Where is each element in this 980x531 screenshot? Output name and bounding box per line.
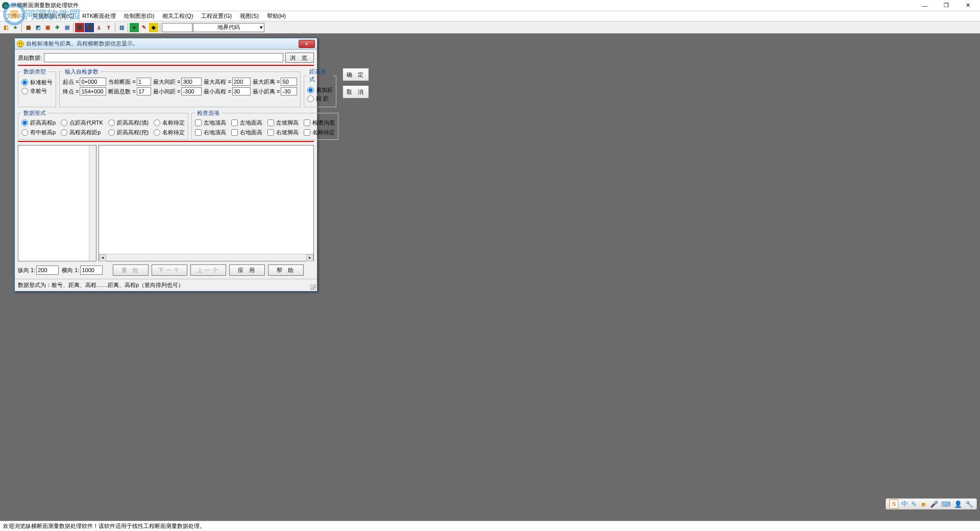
- tb-input[interactable]: [162, 23, 192, 32]
- tb-icon-4[interactable]: ◩: [33, 23, 42, 32]
- source-data-input[interactable]: [44, 53, 283, 62]
- input-min-elev[interactable]: [232, 87, 251, 95]
- mdi-client-area: 自检标准桩号距离。高程横断数据信息显示。 ✕ 原始数据: 浏 览 数据类型 标准…: [0, 34, 980, 521]
- chk-opt-1[interactable]: 左地面高: [231, 119, 262, 127]
- chk-opt-2[interactable]: 左坡脚高: [267, 119, 299, 127]
- list-scrollbar[interactable]: [89, 146, 96, 261]
- chk-opt-4[interactable]: 右地顶高: [195, 129, 226, 136]
- radio-accum[interactable]: 累加距: [307, 86, 333, 94]
- prev-button[interactable]: 上一个: [190, 264, 226, 276]
- tb-icon-2[interactable]: ♣: [11, 23, 20, 32]
- status-text: 欢迎浏览纵横断面测量数据处理软件！该软件适用于线性工程断面测量数据处理。: [3, 522, 977, 530]
- chk-opt-0[interactable]: 左地顶高: [195, 119, 226, 127]
- list-pane[interactable]: [18, 145, 96, 261]
- menu-related[interactable]: 相关工程(Q): [158, 11, 197, 21]
- close-button[interactable]: ✕: [958, 1, 978, 11]
- toolbar: ◧ ♣ ▦ ◩ ▣ ✚ ▤ ⬛ ⬛ ⫫ ⫪ ▥ ＋ ✎ ◆ 地界代码: [0, 21, 980, 34]
- input-min-dist[interactable]: [281, 87, 297, 95]
- fs-check-options: 检查选项 左地顶高 左地面高 左坡脚高 检查沟底 右地顶高 右地面高 右坡脚高 …: [191, 109, 338, 140]
- tb-icon-14[interactable]: ✎: [139, 23, 149, 32]
- ime-punct-icon[interactable]: ✎: [911, 500, 917, 508]
- menu-view[interactable]: 视图(S): [236, 11, 263, 21]
- preview-pane[interactable]: ◂ ▸: [99, 145, 314, 261]
- input-max-gap[interactable]: [181, 78, 202, 86]
- radio-form-3[interactable]: 名称待定: [154, 119, 185, 127]
- preview-hscroll[interactable]: ◂ ▸: [99, 254, 313, 261]
- input-max-dist[interactable]: [281, 78, 297, 86]
- next-button[interactable]: 下一个: [152, 264, 187, 276]
- menu-help[interactable]: 帮助(H): [263, 11, 290, 21]
- tb-icon-7[interactable]: ▤: [62, 23, 71, 32]
- maximize-button[interactable]: ❐: [936, 1, 957, 11]
- chk-opt-3[interactable]: 检查沟底: [304, 119, 335, 127]
- chk-opt-6[interactable]: 右坡脚高: [267, 129, 299, 136]
- redraw-button[interactable]: 重 绘: [113, 264, 149, 276]
- vscale-input[interactable]: [36, 266, 59, 275]
- help-button[interactable]: 帮 助: [268, 264, 304, 276]
- tb-icon-5[interactable]: ▣: [43, 23, 52, 32]
- radio-form-1[interactable]: 点距高代RTK: [61, 119, 103, 127]
- ime-keyboard-icon[interactable]: ⌨: [941, 500, 951, 508]
- hscale-input[interactable]: [80, 266, 103, 275]
- fs-dist-form: 距高形式 累加距 间 距: [304, 68, 336, 107]
- ime-sogou-icon[interactable]: S: [889, 499, 898, 509]
- tb-icon-12[interactable]: ▥: [117, 23, 126, 32]
- tb-icon-10[interactable]: ⫫: [94, 23, 104, 32]
- menu-draw[interactable]: 绘制图形(D): [120, 11, 158, 21]
- tb-icon-1[interactable]: ◧: [1, 23, 10, 32]
- input-current-section[interactable]: [137, 78, 151, 86]
- ime-tray[interactable]: S 中 ✎ ☻ 🎤 ⌨ 👤 🔧: [886, 498, 977, 510]
- scroll-left-icon[interactable]: ◂: [99, 254, 106, 261]
- hscale-label: 横向 1:: [62, 267, 79, 274]
- dialog-title-bar[interactable]: 自检标准桩号距离。高程横断数据信息显示。 ✕: [15, 38, 317, 50]
- tb-icon-11[interactable]: ⫪: [104, 23, 113, 32]
- ime-mic-icon[interactable]: 🎤: [930, 500, 938, 508]
- input-start[interactable]: [80, 78, 106, 86]
- dialog-status-text: 数据形式为：桩号、距离、高程……距离、高程p（竖向排列也可）: [18, 282, 184, 288]
- input-end[interactable]: [80, 87, 106, 95]
- menu-calc[interactable]: 常规数据计算(C): [29, 11, 78, 21]
- tb-icon-13[interactable]: ＋: [130, 23, 139, 32]
- menu-rtk[interactable]: RTK断面处理: [78, 11, 120, 21]
- resize-grip-icon[interactable]: [310, 284, 316, 290]
- radio-form-4[interactable]: 有中桩高p: [21, 129, 56, 136]
- radio-form-7[interactable]: 名称待定: [154, 129, 185, 136]
- menu-file[interactable]: 文件(F): [2, 11, 29, 21]
- radio-form-6[interactable]: 距高高程(挖): [108, 129, 149, 136]
- radio-interval[interactable]: 间 距: [307, 95, 333, 103]
- radio-form-2[interactable]: 距高高程(填): [108, 119, 149, 127]
- apply-button[interactable]: 应 用: [229, 264, 265, 276]
- ok-button[interactable]: 确 定: [342, 68, 369, 81]
- chk-opt-5[interactable]: 右地面高: [231, 129, 262, 136]
- chk-opt-7[interactable]: 名称待定: [304, 129, 335, 136]
- tb-icon-9[interactable]: ⬛: [85, 23, 94, 32]
- radio-form-0[interactable]: 距高高程p: [21, 119, 56, 127]
- radio-non-stake[interactable]: 非桩号: [21, 87, 53, 95]
- input-total-sections[interactable]: [137, 87, 151, 95]
- divider-red-2: [18, 141, 314, 142]
- ime-tool-icon[interactable]: 🔧: [965, 500, 973, 508]
- ime-user-icon[interactable]: 👤: [954, 500, 962, 508]
- radio-form-5[interactable]: 高程高程距p: [61, 129, 103, 136]
- browse-button[interactable]: 浏 览: [285, 53, 314, 63]
- radio-std-stake[interactable]: 标准桩号: [21, 79, 53, 86]
- tb-icon-3[interactable]: ▦: [23, 23, 33, 32]
- input-min-gap[interactable]: [181, 87, 202, 95]
- tb-combo-boundary-code[interactable]: 地界代码: [193, 23, 264, 32]
- tb-icon-6[interactable]: ✚: [53, 23, 62, 32]
- status-bar: 欢迎浏览纵横断面测量数据处理软件！该软件适用于线性工程断面测量数据处理。: [0, 521, 980, 531]
- ime-face-icon[interactable]: ☻: [920, 500, 927, 508]
- input-max-elev[interactable]: [232, 78, 251, 86]
- fs-check-params: 输入自检参数 起点 = 终点 = 当前断面 = 断面总数 = 最大间距 = 最小: [59, 68, 301, 107]
- fs-data-type: 数据类型 标准桩号 非桩号: [18, 68, 56, 107]
- minimize-button[interactable]: —: [915, 1, 935, 11]
- tb-icon-15[interactable]: ◆: [149, 23, 158, 32]
- fs-data-form: 数据形式 距高高程p 点距高代RTK 距高高程(填) 名称待定 有中桩高p 高程…: [18, 109, 188, 140]
- dialog-close-button[interactable]: ✕: [299, 40, 315, 48]
- menu-settings[interactable]: 工程设置(G): [197, 11, 236, 21]
- scroll-right-icon[interactable]: ▸: [306, 254, 313, 261]
- tb-icon-8[interactable]: ⬛: [75, 23, 84, 32]
- dialog-title: 自检标准桩号距离。高程横断数据信息显示。: [26, 40, 299, 47]
- cancel-button[interactable]: 取 消: [342, 85, 369, 99]
- ime-zhong-icon[interactable]: 中: [901, 499, 908, 509]
